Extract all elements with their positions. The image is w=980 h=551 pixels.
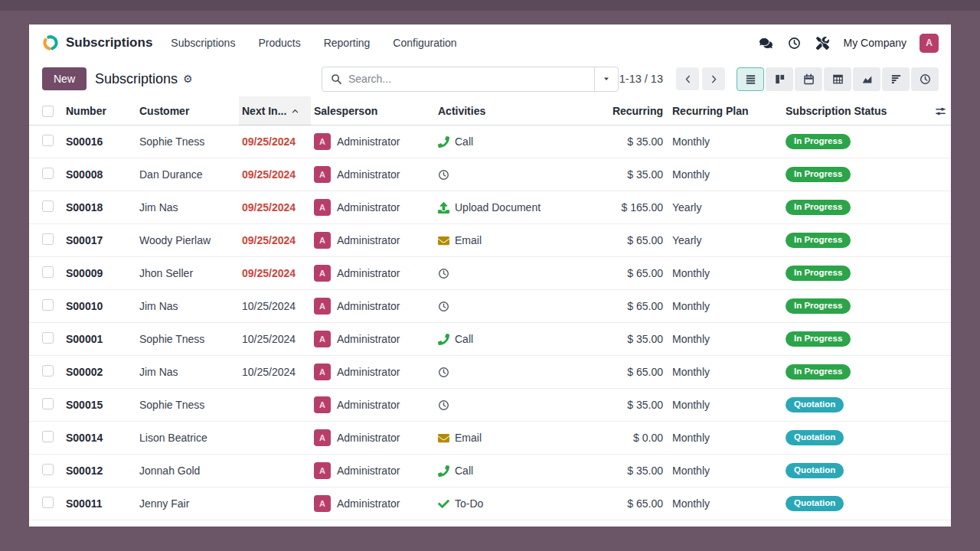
table-row[interactable]: S00016 Sophie Tness 09/25/2024 A Adminis…: [29, 126, 951, 158]
salesperson-name: Administrator: [337, 135, 400, 148]
activity-clock-icon[interactable]: [432, 367, 602, 378]
activity-todo-icon[interactable]: To-Do: [432, 497, 602, 510]
cell-next-invoice: 09/25/2024: [239, 267, 311, 279]
view-list-button[interactable]: [737, 67, 764, 91]
company-switcher[interactable]: My Company: [844, 37, 906, 49]
column-header-next-in[interactable]: Next In...: [239, 96, 311, 126]
activity-clock-icon[interactable]: [432, 399, 602, 411]
activity-clock-icon[interactable]: [432, 169, 602, 181]
view-pivot-button[interactable]: [824, 67, 851, 91]
pager-prev-button[interactable]: [676, 67, 699, 90]
nav-menu-products[interactable]: Products: [258, 37, 300, 49]
cell-number: S00016: [63, 135, 136, 148]
column-header-recurring[interactable]: Recurring: [602, 96, 666, 126]
cell-recurring: $ 35.00: [602, 168, 666, 181]
status-badge: In Progress: [786, 167, 851, 182]
cell-recurring-plan: Monthly: [666, 333, 781, 345]
new-button[interactable]: New: [42, 67, 87, 90]
cell-customer: Woody Pierlaw: [136, 234, 239, 246]
activity-label: Call: [455, 465, 473, 477]
column-header-customer[interactable]: Customer: [136, 96, 239, 126]
status-badge: In Progress: [786, 364, 851, 380]
row-checkbox[interactable]: [42, 135, 54, 146]
activity-clock-icon[interactable]: [432, 301, 602, 312]
activity-clock-icon[interactable]: [787, 35, 802, 51]
cell-customer: Jim Nas: [136, 201, 239, 214]
salesperson-name: Administrator: [337, 333, 400, 345]
table-header-row: NumberCustomerNext In...SalespersonActiv…: [29, 96, 951, 126]
table-row[interactable]: S00015 Sophie Tness A Administrator $ 35…: [29, 389, 951, 422]
column-header-recurring-plan[interactable]: Recurring Plan: [666, 96, 781, 126]
column-header-activities[interactable]: Activities: [432, 96, 602, 126]
table-row[interactable]: S00012 Jonnah Gold A Administrator Call …: [29, 455, 951, 487]
cell-salesperson: A Administrator: [311, 298, 432, 315]
activity-upload-icon[interactable]: Upload Document: [432, 201, 602, 214]
table-row[interactable]: S00009 Jhon Seller 09/25/2024 A Administ…: [29, 257, 951, 290]
nav-menu-subscriptions[interactable]: Subscriptions: [171, 37, 235, 49]
search-dropdown-toggle[interactable]: [594, 67, 618, 91]
salesperson-avatar: A: [314, 133, 331, 150]
toggle-columns-icon[interactable]: [926, 96, 951, 126]
nav-menu-reporting[interactable]: Reporting: [324, 37, 371, 49]
row-checkbox[interactable]: [42, 398, 54, 409]
view-graph-button[interactable]: [853, 67, 880, 91]
user-avatar[interactable]: A: [920, 34, 939, 53]
messages-icon[interactable]: [759, 35, 774, 51]
row-checkbox[interactable]: [42, 464, 54, 475]
table-row[interactable]: S00008 Dan Durance 09/25/2024 A Administ…: [29, 158, 951, 191]
cell-recurring-plan: Monthly: [666, 366, 781, 378]
activity-email-icon[interactable]: Email: [432, 432, 602, 444]
activity-clock-icon[interactable]: [432, 268, 602, 279]
cell-customer: Jim Nas: [136, 366, 239, 378]
salesperson-avatar: A: [314, 495, 331, 512]
row-checkbox[interactable]: [42, 168, 54, 179]
view-activity-button[interactable]: [911, 67, 939, 91]
column-header-number[interactable]: Number: [63, 96, 136, 126]
row-checkbox[interactable]: [42, 365, 54, 377]
status-badge: In Progress: [786, 200, 851, 215]
subscriptions-app-logo-icon[interactable]: [42, 34, 59, 51]
cell-salesperson: A Administrator: [311, 232, 432, 249]
app-brand-title[interactable]: Subscriptions: [66, 35, 152, 51]
select-all-checkbox[interactable]: [42, 106, 54, 117]
table-row[interactable]: S00014 Lison Beatrice A Administrator Em…: [29, 422, 951, 455]
activity-call-icon[interactable]: Call: [432, 135, 602, 148]
cell-recurring-plan: Monthly: [666, 135, 781, 148]
view-calendar-button[interactable]: [795, 67, 822, 91]
row-checkbox[interactable]: [42, 233, 54, 245]
cell-number: S00012: [63, 465, 136, 477]
cell-recurring: $ 35.00: [602, 333, 666, 345]
developer-tools-icon[interactable]: [815, 35, 831, 51]
table-row[interactable]: S00018 Jim Nas 09/25/2024 A Administrato…: [29, 191, 951, 224]
table-row[interactable]: S00001 Sophie Tness 10/25/2024 A Adminis…: [29, 323, 951, 356]
view-kanban-button[interactable]: [766, 67, 793, 91]
row-checkbox[interactable]: [42, 332, 54, 344]
cell-customer: Jonnah Gold: [136, 465, 239, 477]
row-checkbox[interactable]: [42, 299, 54, 311]
activity-email-icon[interactable]: Email: [432, 234, 602, 246]
table-row[interactable]: S00011 Jenny Fair A Administrator To-Do …: [29, 487, 951, 520]
activity-call-icon[interactable]: Call: [432, 465, 602, 477]
sort-asc-icon: [291, 107, 299, 116]
status-badge: Quotation: [786, 463, 844, 478]
table-row[interactable]: S00010 Jim Nas 10/25/2024 A Administrato…: [29, 290, 951, 323]
activity-call-icon[interactable]: Call: [432, 333, 602, 345]
row-checkbox[interactable]: [42, 201, 54, 212]
table-row[interactable]: S00002 Jim Nas 10/25/2024 A Administrato…: [29, 356, 951, 389]
nav-menu-configuration[interactable]: Configuration: [393, 37, 456, 49]
table-row[interactable]: S00017 Woody Pierlaw 09/25/2024 A Admini…: [29, 224, 951, 257]
column-header-subscription-status[interactable]: Subscription Status: [781, 96, 926, 126]
row-checkbox[interactable]: [42, 431, 54, 442]
row-checkbox[interactable]: [42, 497, 54, 508]
cell-recurring-plan: Monthly: [666, 168, 781, 181]
row-checkbox[interactable]: [42, 266, 54, 278]
status-badge: In Progress: [786, 266, 851, 281]
view-cohort-button[interactable]: [882, 67, 910, 91]
cell-recurring: $ 65.00: [602, 234, 666, 246]
cohort-view-icon: [890, 73, 902, 85]
pager-next-button[interactable]: [702, 67, 725, 90]
page-title[interactable]: Subscriptions: [95, 71, 178, 87]
column-header-salesperson[interactable]: Salesperson: [311, 96, 432, 126]
search-input[interactable]: [348, 73, 594, 85]
gear-icon[interactable]: ⚙: [183, 73, 193, 84]
